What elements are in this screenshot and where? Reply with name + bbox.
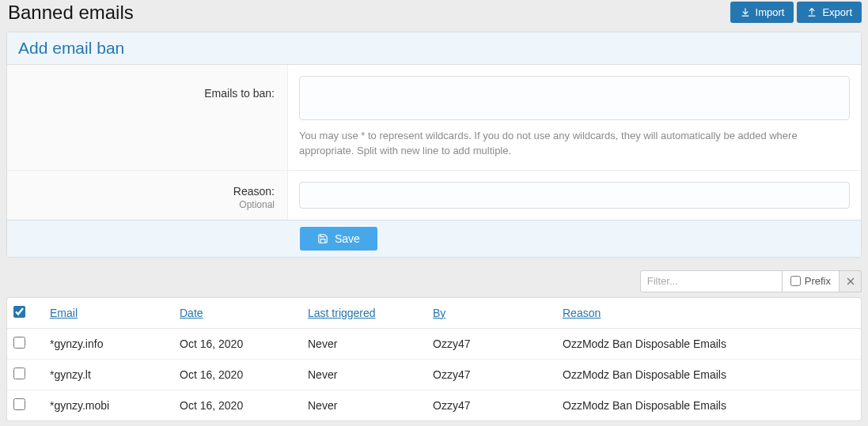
- bans-table: Email Date Last triggered By Reason *gyn…: [7, 298, 861, 420]
- import-button[interactable]: Import: [730, 2, 794, 23]
- col-header-reason[interactable]: Reason: [563, 307, 601, 319]
- col-header-date[interactable]: Date: [180, 307, 203, 319]
- row-checkbox[interactable]: [13, 398, 25, 410]
- prefix-checkbox[interactable]: [790, 276, 801, 286]
- export-label: Export: [822, 6, 852, 18]
- save-icon: [317, 233, 328, 244]
- cell-reason: OzzModz Ban Disposable Emails: [556, 328, 861, 359]
- reason-sub: Optional: [15, 199, 275, 210]
- cell-email: *gynzy.lt: [44, 359, 173, 390]
- table-row: *gynzy.mobiOct 16, 2020NeverOzzy47OzzMod…: [7, 390, 861, 420]
- save-button[interactable]: Save: [300, 227, 377, 251]
- col-header-email[interactable]: Email: [50, 307, 78, 319]
- col-header-triggered[interactable]: Last triggered: [308, 307, 376, 319]
- add-ban-card: Add email ban Emails to ban: You may use…: [6, 32, 862, 258]
- cell-triggered: Never: [301, 359, 426, 390]
- import-label: Import: [756, 6, 785, 18]
- save-label: Save: [335, 232, 360, 245]
- row-checkbox[interactable]: [13, 337, 25, 349]
- export-icon: [806, 7, 817, 18]
- cell-triggered: Never: [301, 328, 426, 359]
- cell-date: Oct 16, 2020: [173, 359, 301, 390]
- cell-email: *gynzy.info: [44, 328, 173, 359]
- cell-date: Oct 16, 2020: [173, 390, 301, 420]
- prefix-label: Prefix: [805, 275, 831, 287]
- filter-prefix-toggle[interactable]: Prefix: [783, 270, 840, 292]
- col-header-by[interactable]: By: [433, 307, 445, 319]
- table-row: *gynzy.infoOct 16, 2020NeverOzzy47OzzMod…: [7, 328, 861, 359]
- export-button[interactable]: Export: [797, 2, 862, 23]
- select-all-checkbox[interactable]: [13, 306, 25, 318]
- row-checkbox[interactable]: [13, 368, 25, 379]
- reason-label: Reason:: [233, 185, 275, 198]
- cell-triggered: Never: [301, 390, 426, 420]
- table-row: *gynzy.ltOct 16, 2020NeverOzzy47OzzModz …: [7, 359, 861, 390]
- card-title: Add email ban: [7, 32, 861, 65]
- cell-reason: OzzModz Ban Disposable Emails: [556, 359, 861, 390]
- close-icon: [845, 276, 856, 287]
- header-actions: Import Export: [730, 0, 862, 23]
- import-icon: [740, 7, 751, 18]
- cell-date: Oct 16, 2020: [173, 328, 301, 359]
- cell-by: Ozzy47: [426, 390, 556, 420]
- cell-by: Ozzy47: [426, 328, 556, 359]
- bans-table-card: Email Date Last triggered By Reason *gyn…: [6, 297, 862, 421]
- cell-email: *gynzy.mobi: [44, 390, 173, 420]
- cell-reason: OzzModz Ban Disposable Emails: [556, 390, 861, 420]
- reason-input[interactable]: [299, 182, 850, 209]
- filter-clear-button[interactable]: [840, 270, 862, 292]
- emails-input[interactable]: [299, 76, 850, 120]
- cell-by: Ozzy47: [426, 359, 556, 390]
- page-title: Banned emails: [8, 0, 134, 24]
- filter-input[interactable]: [640, 270, 783, 292]
- emails-help: You may use * to represent wildcards. If…: [299, 129, 850, 159]
- emails-label: Emails to ban:: [204, 87, 275, 100]
